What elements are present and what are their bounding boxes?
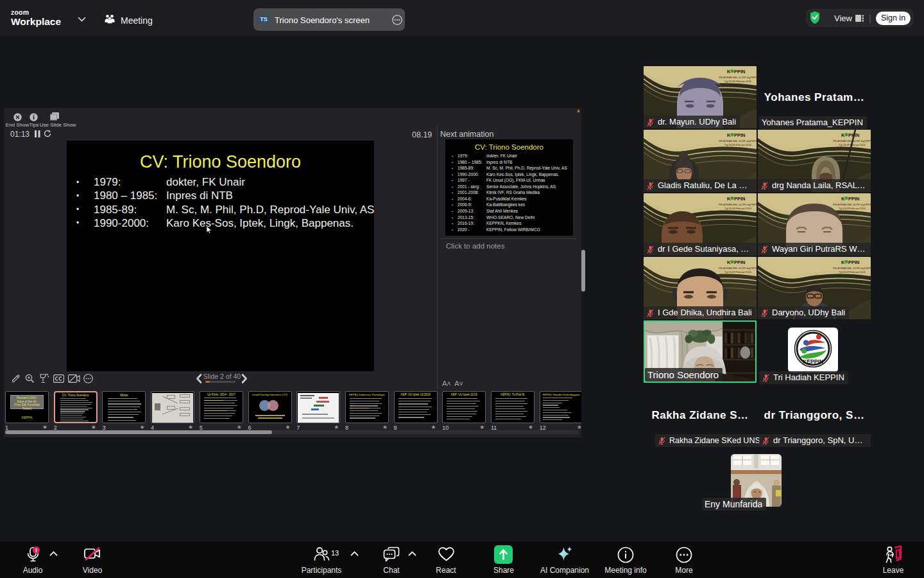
svg-text:PELATIHAN EBL-GCRP-digITEPP: PELATIHAN EBL-GCRP-digITEPP: [719, 203, 757, 206]
svg-text:!: !: [35, 547, 37, 554]
svg-text:K: K: [727, 132, 731, 138]
svg-text:PELATIHAN EBL-GCRP-digITEPP: PELATIHAN EBL-GCRP-digITEPP: [719, 76, 757, 79]
svg-text:Tgl 04-08 Februari 2024: Tgl 04-08 Februari 2024: [724, 207, 752, 210]
svg-text:Tgl 04-08 Februari 2024: Tgl 04-08 Februari 2024: [724, 270, 752, 274]
svg-text:PELATIHAN EBL-GCRP-digITEPP: PELATIHAN EBL-GCRP-digITEPP: [833, 267, 871, 270]
svg-text:K: K: [727, 69, 731, 74]
svg-text:K: K: [841, 132, 845, 138]
svg-text:Tgl 04-08 Februari 2024: Tgl 04-08 Februari 2024: [839, 207, 866, 210]
svg-text:PELATIHAN EBL-GCRP-digITEPP: PELATIHAN EBL-GCRP-digITEPP: [833, 203, 871, 206]
svg-text:Tgl 04-08 Februari 2024: Tgl 04-08 Februari 2024: [724, 143, 752, 146]
svg-text:Tgl 04-08 Februari 2024: Tgl 04-08 Februari 2024: [724, 80, 752, 83]
svg-text:PPIN: PPIN: [848, 259, 860, 265]
svg-text:PELATIHAN EBL-GCRP-digITEPP: PELATIHAN EBL-GCRP-digITEPP: [719, 267, 757, 270]
svg-text:PPIN: PPIN: [734, 259, 746, 265]
svg-text:K: K: [727, 259, 731, 265]
svg-text:PPIN: PPIN: [734, 196, 746, 202]
svg-text:K: K: [727, 196, 731, 202]
svg-text:PPIN: PPIN: [848, 196, 860, 202]
svg-text:K: K: [841, 259, 845, 265]
svg-text:Tgl 04-08 Februari 2024: Tgl 04-08 Februari 2024: [839, 270, 866, 274]
svg-text:KEPPIN: KEPPIN: [803, 358, 823, 365]
svg-text:PELATIHAN EBL-GCRP-digITEPP: PELATIHAN EBL-GCRP-digITEPP: [719, 139, 757, 143]
svg-text:PPIN: PPIN: [734, 132, 746, 138]
svg-text:PPIN: PPIN: [734, 69, 746, 74]
svg-text:K: K: [841, 196, 845, 202]
